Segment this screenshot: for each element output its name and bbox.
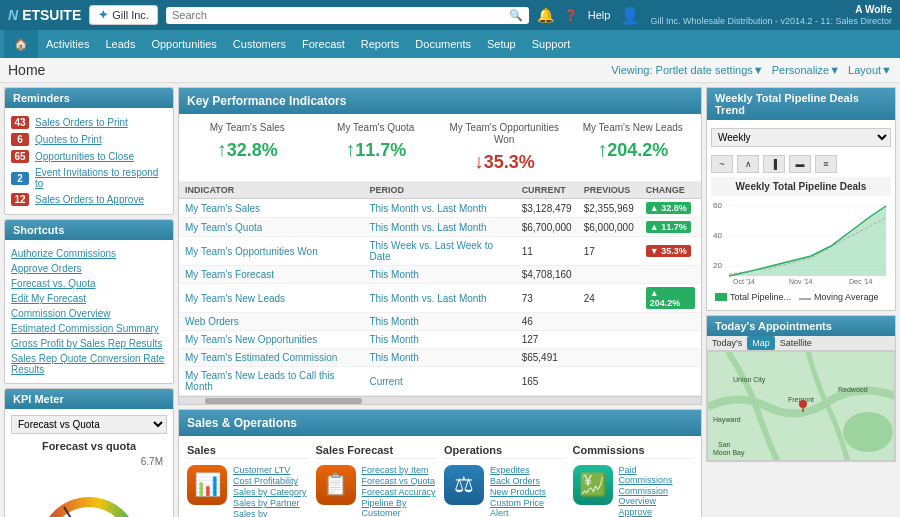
link-commission-overview[interactable]: Commission Overview [619,486,694,506]
reminder-item[interactable]: 6 Quotes to Print [11,131,167,148]
kpi-metric-leads: My Team's New Leads ↑204.2% [573,122,694,173]
shortcut-gross-profit[interactable]: Gross Profit by Sales Rep Results [11,336,167,351]
kpi-row-period[interactable]: This Month [363,313,515,331]
kpi-row-period[interactable]: This Month vs. Last Month [363,284,515,313]
shortcut-estimated-commission[interactable]: Estimated Commission Summary [11,321,167,336]
kpi-row-indicator[interactable]: My Team's Estimated Commission [179,349,363,367]
kpi-meter-select[interactable]: Forecast vs Quota [11,415,167,434]
kpi-row-indicator[interactable]: My Team's Quota [179,218,363,237]
search-icon[interactable]: 🔍 [509,9,523,22]
link-sales-by-partner[interactable]: Sales by Partner [233,498,308,508]
tab-todays[interactable]: Today's [707,336,747,350]
kpi-row-period[interactable]: This Month [363,266,515,284]
link-forecast-by-item[interactable]: Forecast by Item [362,465,437,475]
notifications-icon[interactable]: 🔔 [537,7,554,23]
link-new-products[interactable]: New Products [490,487,565,497]
link-custom-price-alert[interactable]: Custom Price Alert [490,498,565,517]
search-input[interactable] [172,9,509,21]
chart-line-icon[interactable]: ~ [711,155,733,173]
kpi-row-period[interactable]: Current [363,367,515,396]
svg-text:60: 60 [713,201,722,210]
link-paid-commissions[interactable]: Paid Commissions [619,465,694,485]
kpi-row-indicator[interactable]: Web Orders [179,313,363,331]
shortcut-forecast-quota[interactable]: Forecast vs. Quota [11,276,167,291]
shortcut-commission-overview[interactable]: Commission Overview [11,306,167,321]
reminder-item[interactable]: 2 Event Invitations to respond to [11,165,167,191]
reminder-text-43[interactable]: Sales Orders to Print [35,117,128,128]
kpi-row-period[interactable]: This Month vs. Last Month [363,199,515,218]
search-bar[interactable]: 🔍 [166,7,529,24]
nav-leads[interactable]: Leads [97,30,143,58]
operations-icon[interactable]: ⚖ [444,465,484,505]
sales-forecast-icon[interactable]: 📋 [316,465,356,505]
chart-bar-icon[interactable]: ▐ [763,155,785,173]
kpi-row-period[interactable]: This Month [363,349,515,367]
kpi-row-period[interactable]: This Month vs. Last Month [363,218,515,237]
scrollbar-thumb[interactable] [205,398,362,404]
link-sales-by-category[interactable]: Sales by Category [233,487,308,497]
tab-satellite[interactable]: Satellite [775,336,817,350]
reminder-item[interactable]: 65 Opportunities to Close [11,148,167,165]
nav-activities[interactable]: Activities [38,30,97,58]
shortcut-approve-orders[interactable]: Approve Orders [11,261,167,276]
svg-text:San: San [718,441,731,448]
weekly-select[interactable]: Weekly Monthly [711,128,891,147]
shortcut-quote-conversion[interactable]: Sales Rep Quote Conversion Rate Results [11,351,167,377]
weekly-trend-body: Weekly Monthly ~ ∧ ▐ ▬ ≡ Weekly Total Pi… [707,120,895,310]
nav-setup[interactable]: Setup [479,30,524,58]
link-customer-ltv[interactable]: Customer LTV [233,465,308,475]
kpi-row-period[interactable]: This Month [363,331,515,349]
nav-support[interactable]: Support [524,30,579,58]
kpi-row-indicator[interactable]: My Team's New Opportunities [179,331,363,349]
chart-area-icon[interactable]: ∧ [737,155,759,173]
personalize-button[interactable]: Personalize▼ [772,64,840,76]
reminder-item[interactable]: 12 Sales Orders to Approve [11,191,167,208]
kpi-row-indicator[interactable]: My Team's Forecast [179,266,363,284]
sales-icon[interactable]: 📊 [187,465,227,505]
reminders-header: Reminders [5,88,173,108]
shortcut-authorize-commissions[interactable]: Authorize Commissions [11,246,167,261]
nav-reports[interactable]: Reports [353,30,408,58]
reminder-text-6[interactable]: Quotes to Print [35,134,102,145]
kpi-row-period[interactable]: This Week vs. Last Week to Date [363,237,515,266]
chart-column-icon[interactable]: ▬ [789,155,811,173]
kpi-row-change: ▲ 11.7% [640,218,701,237]
kpi-metrics-row: My Team's Sales ↑32.8% My Team's Quota ↑… [179,114,701,182]
kpi-row-indicator[interactable]: My Team's Sales [179,199,363,218]
reminder-text-2[interactable]: Event Invitations to respond to [35,167,167,189]
nav-home[interactable]: 🏠 [4,30,38,58]
link-cost-profitability[interactable]: Cost Profitability [233,476,308,486]
viewing-portlet[interactable]: Viewing: Portlet date settings▼ [611,64,764,76]
arrow-down-icon: ↓ [474,150,484,173]
reminders-panel: Reminders 43 Sales Orders to Print 6 Quo… [4,87,174,215]
reminder-item[interactable]: 43 Sales Orders to Print [11,114,167,131]
link-back-orders[interactable]: Back Orders [490,476,565,486]
kpi-row-current: 11 [516,237,578,266]
link-forecast-vs-quota[interactable]: Forecast vs Quota [362,476,437,486]
shortcut-edit-forecast[interactable]: Edit My Forecast [11,291,167,306]
commissions-icon[interactable]: 💹 [573,465,613,505]
nav-documents[interactable]: Documents [407,30,479,58]
kpi-row-indicator[interactable]: My Team's New Leads to Call this Month [179,367,363,396]
company-badge[interactable]: ✦ Gill Inc. [89,5,158,25]
layout-button[interactable]: Layout▼ [848,64,892,76]
kpi-row-indicator[interactable]: My Team's New Leads [179,284,363,313]
kpi-metric-opps: My Team's Opportunities Won ↓35.3% [444,122,565,173]
chart-options-icon[interactable]: ≡ [815,155,837,173]
help-label[interactable]: Help [588,9,611,21]
reminder-text-65[interactable]: Opportunities to Close [35,151,134,162]
link-forecast-accuracy[interactable]: Forecast Accuracy [362,487,437,497]
shortcuts-header: Shortcuts [5,220,173,240]
kpi-table-scrollbar[interactable] [179,396,701,404]
tab-map[interactable]: Map [747,336,775,350]
kpi-row-indicator[interactable]: My Team's Opportunities Won [179,237,363,266]
nav-opportunities[interactable]: Opportunities [143,30,224,58]
link-sales-by-customer[interactable]: Sales by Customer [233,509,308,517]
reminder-text-12[interactable]: Sales Orders to Approve [35,194,144,205]
link-approve-commissions[interactable]: Approve Commissions [619,507,694,517]
link-pipeline-by-customer[interactable]: Pipeline By Customer [362,498,437,517]
help-icon[interactable]: ❓ [564,9,578,22]
link-expedites[interactable]: Expedites [490,465,565,475]
nav-forecast[interactable]: Forecast [294,30,353,58]
nav-customers[interactable]: Customers [225,30,294,58]
